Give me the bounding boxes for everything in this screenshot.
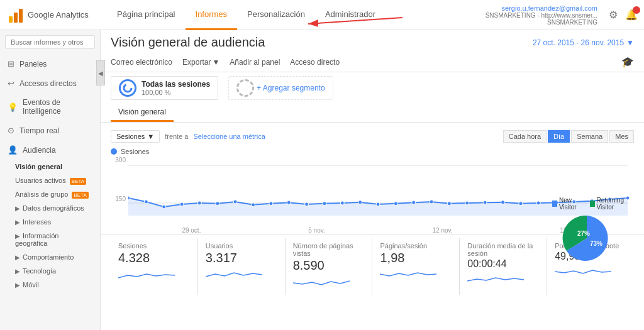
segment-donut-icon — [123, 83, 133, 93]
logo-area: Google Analytics — [6, 6, 107, 24]
segment-circle — [119, 79, 136, 97]
chart-controls: Sesiones ▼ frente a Seleccione una métri… — [101, 128, 644, 145]
sidebar-sub-tecnologia[interactable]: ▶Tecnología — [0, 264, 100, 278]
graduation-icon: 🎓 — [621, 56, 634, 68]
svg-point-27 — [501, 201, 505, 204]
mini-chart-duracion — [467, 271, 539, 286]
svg-point-11 — [216, 202, 219, 206]
add-panel-action[interactable]: Añadir al panel — [230, 58, 280, 67]
metric-duracion-label: Duración media de la sesión — [467, 242, 539, 257]
svg-point-20 — [376, 202, 380, 206]
add-segment-button[interactable]: + Agregar segmento — [228, 76, 333, 100]
sidebar-label-accesos: Accesos directos — [19, 79, 77, 88]
svg-point-9 — [180, 202, 184, 206]
search-input[interactable] — [5, 35, 95, 49]
settings-icon[interactable]: ⚙ — [609, 9, 618, 21]
sub-header-actions: Correo electrónico Exportar ▼ Añadir al … — [111, 58, 340, 67]
sidebar-item-tiempo-real[interactable]: ⊙ Tiempo real — [0, 121, 100, 140]
metric-paginas-value: 8.590 — [293, 258, 365, 273]
svg-point-17 — [323, 202, 326, 206]
metric-sesiones-label: Sesiones — [118, 242, 190, 250]
sidebar-sub-vision-general[interactable]: Visión general — [0, 160, 100, 173]
beta-badge-analisis: BETA — [72, 192, 88, 199]
time-range-buttons: Cada hora Día Semana Mes — [503, 130, 634, 143]
pie-chart-svg: 27% 73% — [552, 213, 621, 263]
top-navigation: Google Analytics Página principal Inform… — [0, 0, 644, 30]
mini-chart-usuarios — [206, 267, 277, 282]
x-label-0: 29 oct. — [182, 227, 201, 234]
chart-legend-label: Sesiones — [121, 148, 149, 155]
metric-dropdown-label: Sesiones — [116, 133, 145, 140]
export-action[interactable]: Exportar ▼ — [182, 58, 219, 67]
segment-info: Todas las sesiones 100,00 % — [142, 80, 210, 96]
sidebar-item-paneles[interactable]: ⊞ Paneles — [0, 54, 100, 74]
time-btn-cada-hora[interactable]: Cada hora — [503, 130, 547, 143]
tab-vision-general[interactable]: Visión general — [111, 104, 174, 122]
sidebar-sub-geografica[interactable]: ▶Información geográfica — [0, 229, 100, 250]
chart-legend: Sesiones — [111, 148, 634, 155]
nav-inicio[interactable]: Página principal — [107, 0, 186, 30]
svg-rect-2 — [19, 9, 23, 23]
sidebar-collapse-button[interactable]: ◀ — [96, 60, 105, 85]
x-label-1: 5 nov. — [308, 227, 325, 234]
svg-point-24 — [447, 202, 451, 206]
metric-selector: Sesiones ▼ frente a Seleccione una métri… — [111, 130, 265, 143]
sidebar-sub-demograficos[interactable]: ▶Datos demográficos — [0, 201, 100, 215]
y-max: 300 — [111, 157, 126, 163]
sidebar-sub-movil[interactable]: ▶Móvil — [0, 278, 100, 292]
mini-chart-paginas — [293, 274, 365, 289]
user-email: sergio.u.fernandez@gmail.com — [486, 4, 597, 12]
sidebar-label-paneles: Paneles — [19, 60, 47, 69]
metric-usuarios: Usuarios 3.317 — [198, 238, 286, 295]
sidebar-item-accesos[interactable]: ↩ Accesos directos — [0, 74, 100, 93]
y-axis: 300 150 — [111, 157, 128, 234]
sidebar-sub-intereses[interactable]: ▶Intereses — [0, 215, 100, 229]
notifications-icon[interactable]: 🔔 — [625, 9, 638, 21]
sidebar-sub-comportamiento[interactable]: ▶Comportamiento — [0, 250, 100, 264]
svg-rect-1 — [14, 13, 18, 23]
svg-point-8 — [162, 205, 166, 209]
nav-informes[interactable]: Informes — [186, 0, 238, 30]
metric-usuarios-value: 3.317 — [206, 251, 277, 265]
date-range-picker[interactable]: 27 oct. 2015 - 26 nov. 2015 ▼ — [533, 38, 634, 47]
svg-point-26 — [483, 201, 487, 204]
metric-paginas-vistas: Número de páginas vistas 8.590 — [286, 238, 373, 295]
nav-personalizacion[interactable]: Personalización — [237, 0, 315, 30]
sidebar: ⊞ Paneles ↩ Accesos directos 💡 Eventos d… — [0, 30, 101, 330]
segment-all-sessions[interactable]: Todas las sesiones 100,00 % — [111, 76, 218, 100]
svg-point-13 — [252, 203, 255, 207]
svg-point-3 — [124, 84, 131, 92]
email-action[interactable]: Correo electrónico — [111, 58, 172, 67]
sidebar-sub-analisis-grupo[interactable]: Análisis de grupo BETA — [0, 187, 100, 201]
nav-administrador[interactable]: Administrador — [315, 0, 386, 30]
metric-sesiones: Sesiones 4.328 — [111, 238, 198, 295]
main-nav: Página principal Informes Personalizació… — [107, 0, 486, 30]
time-btn-mes[interactable]: Mes — [609, 130, 634, 143]
metric-usuarios-label: Usuarios — [206, 242, 277, 250]
user-info: sergio.u.fernandez@gmail.com SNSMARKETIN… — [486, 4, 597, 26]
y-mid: 150 — [111, 195, 126, 202]
svg-point-23 — [430, 200, 433, 204]
time-btn-dia[interactable]: Día — [548, 130, 570, 143]
direct-access-action[interactable]: Acceso directo — [290, 58, 340, 67]
svg-point-21 — [394, 202, 397, 206]
clock-icon: ⊙ — [8, 126, 14, 135]
svg-point-16 — [305, 202, 309, 206]
top-right-area: sergio.u.fernandez@gmail.com SNSMARKETIN… — [486, 4, 638, 26]
metric-dropdown[interactable]: Sesiones ▼ — [111, 130, 160, 143]
metric-sesiones-value: 4.328 — [118, 251, 190, 265]
pie-legend-returning-visitor: Returning Visitor — [590, 197, 634, 211]
sidebar-item-eventos[interactable]: 💡 Eventos de Intelligence — [0, 93, 100, 121]
main-layout: ◀ ⊞ Paneles ↩ Accesos directos 💡 Eventos… — [0, 30, 644, 330]
google-analytics-icon — [6, 6, 24, 24]
legend-dot-sessions — [111, 148, 117, 155]
main-content: Visión general de audiencia 27 oct. 2015… — [101, 30, 644, 330]
select-metric-link[interactable]: Seleccione una métrica — [193, 133, 265, 140]
account-line1: SNSMARKETING - http://www.snsmer... — [486, 12, 597, 19]
metric-ps-value: 1,98 — [380, 251, 452, 265]
sidebar-item-audiencia[interactable]: 👤 Audiencia — [0, 140, 100, 160]
add-segment-label: + Agregar segmento — [257, 84, 325, 92]
sidebar-sub-usuarios-activos[interactable]: Usuarios activos BETA — [0, 173, 100, 187]
metric-paginas-label: Número de páginas vistas — [293, 242, 365, 257]
time-btn-semana[interactable]: Semana — [571, 130, 608, 143]
